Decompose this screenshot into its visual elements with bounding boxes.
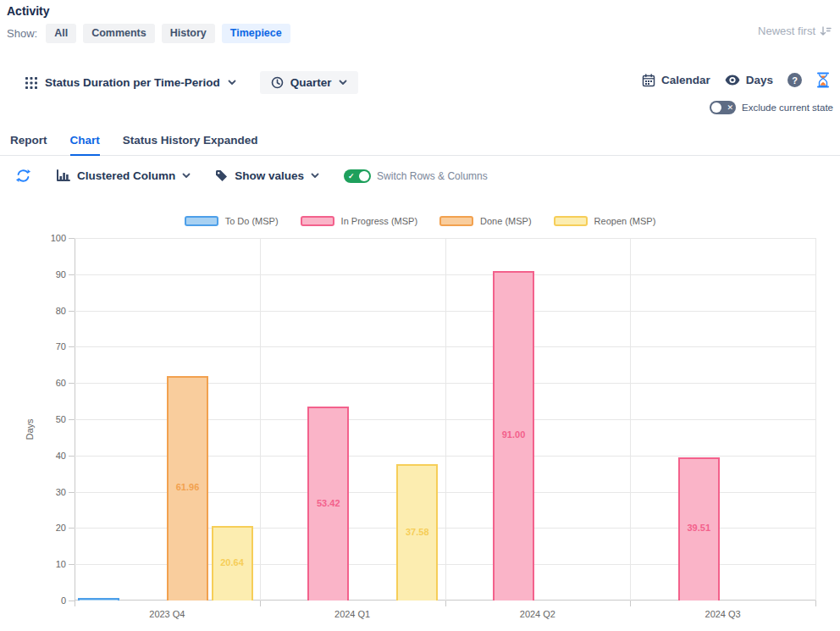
tab-status-history-expanded[interactable]: Status History Expanded — [123, 134, 258, 156]
show-filter-row: Show: All Comments History Timepiece — [7, 23, 290, 43]
y-axis-tick — [69, 419, 75, 420]
bar-value-label: 39.51 — [673, 523, 724, 533]
bar-value-label: 91.00 — [489, 429, 539, 440]
sort-order-label: Newest first — [758, 25, 815, 37]
y-axis-tick-label: 20 — [17, 523, 66, 533]
y-axis-tick — [69, 383, 75, 384]
page-title: Activity — [7, 4, 50, 18]
y-axis-tick-label: 70 — [17, 341, 66, 351]
gridline-vertical — [815, 238, 816, 601]
switch-rows-columns: ✓ Switch Rows & Columns — [344, 169, 488, 183]
x-axis-tick — [75, 601, 75, 606]
x-axis-category-label: 2023 Q4 — [108, 609, 226, 619]
tag-icon — [215, 169, 228, 182]
legend-item[interactable]: To Do (MSP) — [185, 216, 279, 226]
bar-value-label: 53.42 — [303, 498, 354, 508]
y-axis-tick-label: 0 — [17, 595, 66, 606]
bar[interactable] — [78, 598, 119, 601]
legend-item[interactable]: Done (MSP) — [439, 216, 532, 226]
calendar-button[interactable]: Calendar — [642, 74, 710, 87]
legend-label: Reopen (MSP) — [594, 216, 656, 226]
legend-swatch — [301, 216, 334, 226]
chart-legend: To Do (MSP)In Progress (MSP)Done (MSP)Re… — [0, 216, 840, 226]
y-axis-tick-label: 40 — [17, 451, 66, 461]
toolbar: Status Duration per Time-Period Quarter — [25, 71, 358, 94]
period-selector-label: Quarter — [290, 76, 332, 89]
chart-section: To Do (MSP)In Progress (MSP)Done (MSP)Re… — [0, 214, 840, 631]
grid-icon — [25, 77, 37, 89]
y-axis-tick — [69, 311, 75, 312]
toolbar-right: Calendar Days ? — [642, 72, 830, 88]
sort-order[interactable]: Newest first — [758, 25, 832, 37]
calendar-icon — [642, 74, 655, 87]
chevron-down-icon — [228, 80, 236, 86]
y-axis-tick — [69, 601, 75, 601]
switch-rows-columns-toggle[interactable]: ✓ — [344, 169, 371, 183]
filter-comments-button[interactable]: Comments — [83, 24, 155, 43]
y-axis-tick-label: 10 — [17, 559, 66, 569]
y-axis-tick — [69, 238, 75, 239]
help-button[interactable]: ? — [788, 73, 802, 87]
filter-history-button[interactable]: History — [162, 24, 215, 43]
gridline-vertical — [260, 238, 261, 601]
bar-value-label: 20.64 — [207, 557, 257, 567]
y-axis-tick-label: 100 — [17, 233, 66, 243]
x-axis-category-label: 2024 Q1 — [293, 609, 412, 619]
unit-label: Days — [746, 74, 773, 86]
eye-icon — [725, 75, 740, 86]
report-type-label: Status Duration per Time-Period — [45, 76, 220, 89]
hourglass-icon[interactable] — [816, 72, 830, 88]
y-axis-tick-label: 60 — [17, 378, 66, 388]
refresh-icon[interactable] — [15, 168, 31, 184]
y-axis-tick — [69, 528, 75, 529]
legend-label: To Do (MSP) — [225, 216, 279, 226]
report-type-selector[interactable]: Status Duration per Time-Period — [25, 76, 236, 89]
y-axis-tick-label: 50 — [17, 414, 66, 424]
exclude-current-state-toggle[interactable]: ✕ — [710, 101, 736, 114]
bar-value-label: 61.96 — [163, 482, 213, 492]
legend-swatch — [554, 216, 588, 226]
chart-type-label: Clustered Column — [77, 169, 175, 182]
exclude-current-state-label: Exclude current state — [742, 102, 833, 113]
chevron-down-icon — [339, 80, 347, 86]
toggle-knob — [359, 171, 369, 181]
y-axis-tick-label: 30 — [17, 487, 66, 497]
chart-controls: Clustered Column Show values ✓ Switch Ro… — [15, 168, 488, 184]
sort-descending-icon — [820, 25, 832, 37]
chevron-down-icon — [182, 173, 191, 179]
y-axis-tick — [69, 346, 75, 347]
show-values-selector[interactable]: Show values — [215, 169, 319, 182]
period-selector-button[interactable]: Quarter — [260, 71, 358, 94]
chevron-down-icon — [311, 173, 319, 179]
x-axis-tick — [260, 601, 261, 606]
legend-item[interactable]: Reopen (MSP) — [554, 216, 656, 226]
y-axis-tick — [69, 274, 75, 275]
calendar-label: Calendar — [661, 74, 710, 86]
tabs: Report Chart Status History Expanded — [10, 134, 258, 156]
y-axis-tick-label: 90 — [17, 269, 66, 280]
legend-swatch — [185, 216, 218, 226]
y-axis-tick-label: 80 — [17, 306, 66, 316]
legend-item[interactable]: In Progress (MSP) — [301, 216, 417, 226]
show-values-label: Show values — [235, 169, 304, 182]
filter-all-button[interactable]: All — [46, 24, 76, 43]
tab-report[interactable]: Report — [10, 134, 47, 156]
exclude-current-state-row: ✕ Exclude current state — [710, 101, 833, 114]
gridline-vertical — [630, 238, 631, 601]
unit-toggle-button[interactable]: Days — [725, 74, 773, 86]
bar-value-label: 37.58 — [392, 527, 443, 537]
y-axis-tick — [69, 492, 75, 493]
toggle-check-icon: ✓ — [348, 170, 355, 182]
clock-icon — [271, 76, 284, 89]
y-axis-tick — [69, 456, 75, 457]
chart-type-selector[interactable]: Clustered Column — [56, 169, 191, 182]
filter-timepiece-button[interactable]: Timepiece — [222, 24, 290, 43]
x-axis-category-label: 2024 Q2 — [478, 609, 597, 619]
column-chart-icon — [56, 169, 70, 182]
x-axis-category-label: 2024 Q3 — [664, 609, 782, 619]
legend-label: Done (MSP) — [480, 216, 532, 226]
gridline-vertical — [445, 238, 446, 601]
x-axis-tick — [630, 601, 631, 606]
tab-chart[interactable]: Chart — [70, 134, 100, 156]
legend-swatch — [439, 216, 473, 226]
